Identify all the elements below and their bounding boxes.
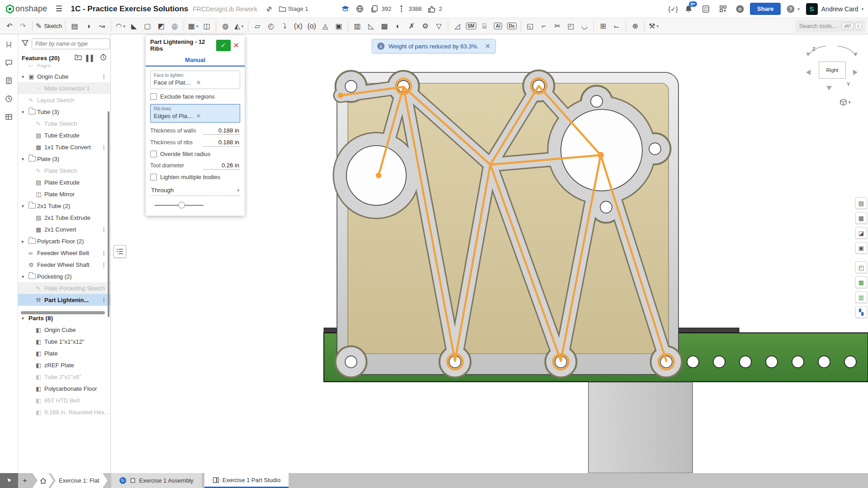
feature-2x1-tube-2[interactable]: ▾2x1 Tube (2) [18, 200, 110, 212]
learning-center-icon[interactable]: ⚙ [735, 4, 745, 14]
view-cube[interactable]: Z Right Y [791, 44, 868, 101]
tables-icon[interactable] [4, 111, 14, 122]
select-cursor-icon[interactable] [0, 473, 18, 488]
main-menu-icon[interactable]: ☰ [53, 4, 64, 14]
feature-plate-mirror[interactable]: ◫Plate Mirror [18, 188, 110, 200]
education-icon[interactable] [340, 4, 351, 14]
gusset-icon[interactable]: ◺ [364, 20, 378, 33]
part-polycarbonate-floor[interactable]: ◧Polycarbonate Floor [18, 383, 110, 394]
clear-face-icon[interactable]: ✕ [196, 79, 237, 86]
plate-part[interactable] [337, 72, 678, 374]
checkbox-box[interactable] [150, 174, 157, 180]
face-to-lighten-field[interactable]: Face to lighten Face of Plate Extrude ✕ [150, 71, 240, 89]
split-icon[interactable]: ◭▾ [232, 20, 246, 33]
delete-face-icon[interactable]: ✗ [405, 20, 418, 33]
suppress-pause-icon[interactable]: ▌▌ [86, 55, 95, 62]
filter-funnel-icon[interactable]: ▽ [432, 20, 446, 33]
part-origin-cube[interactable]: ◧Origin Cube [18, 324, 110, 336]
tab-icon[interactable]: ✂ [550, 20, 564, 33]
feature-part-lightenin[interactable]: ⚒Part Lightenin...⋮ [18, 294, 110, 306]
thickness-ribs-input[interactable] [203, 138, 240, 147]
plane-icon[interactable]: ▱ [251, 20, 264, 33]
toast-close-icon[interactable]: ✕ [485, 43, 490, 50]
user-avatar[interactable]: S [806, 3, 818, 15]
tool-diameter-input[interactable] [203, 161, 240, 170]
slider-knob[interactable] [178, 202, 185, 208]
table-check-icon[interactable]: ⊞ [596, 20, 610, 33]
tool-caret-icon[interactable]: ▾ [657, 24, 659, 28]
notifications-bell-icon[interactable]: 9+ [683, 4, 694, 14]
sheet-metal-model-icon[interactable]: ⌸ [478, 20, 491, 33]
flatten-icon[interactable]: ◱ [523, 20, 537, 33]
link-icon[interactable] [264, 4, 275, 14]
bend-icon[interactable]: ⌐ [537, 20, 550, 33]
history-icon[interactable] [4, 93, 14, 104]
opposite-direction-slider[interactable] [150, 200, 240, 210]
public-globe-icon[interactable] [355, 4, 365, 14]
beam-hole[interactable] [766, 356, 778, 368]
feature-1x1-tube-convert[interactable]: ▩1x1 Tube Convert⋮ [18, 141, 110, 153]
named-views-icon[interactable]: ▣ [855, 242, 867, 254]
sketch-button[interactable]: ✎Sketch [35, 20, 63, 33]
draft-icon[interactable]: ◩ [154, 20, 168, 33]
hole-icon[interactable]: ◎ [168, 20, 181, 33]
user-menu-caret-icon[interactable]: ▾ [861, 7, 863, 11]
feature-origin-cube[interactable]: ▾▣Origin Cube⋮ [18, 71, 110, 82]
isolate-icon[interactable]: ◰ [855, 261, 867, 273]
helix-icon[interactable]: ◴ [264, 20, 278, 33]
cancel-button[interactable]: ✕ [231, 41, 242, 50]
search-tools[interactable]: Search tools... alt/\ c [796, 20, 865, 33]
part-zref-plate[interactable]: ◧zREF Plate [18, 359, 110, 371]
notes-icon[interactable] [4, 75, 14, 86]
comments-icon[interactable] [4, 57, 14, 68]
filter-input[interactable] [32, 38, 110, 49]
boolean-icon[interactable]: ◍ [218, 20, 232, 33]
vertical-scrollbar[interactable] [108, 111, 109, 317]
tab-manual[interactable]: Manual [146, 55, 245, 66]
copies-icon[interactable] [369, 4, 380, 14]
tube-convert-icon[interactable]: ▩ [378, 20, 391, 33]
sheet-metal-badge[interactable]: SM [464, 20, 478, 33]
part-65t-htd-belt[interactable]: ◧65T HTD Belt [18, 394, 110, 406]
view-options-button[interactable]: ▾ [840, 99, 851, 106]
tool-caret-icon[interactable]: ▾ [123, 24, 125, 28]
routing-icon[interactable]: ⌙ [610, 20, 623, 33]
modify-fillet-icon[interactable]: ◐ [391, 20, 405, 33]
accept-button[interactable]: ✓ [216, 40, 231, 51]
chamfer-icon[interactable]: ◣ [127, 20, 141, 33]
override-fillet-radius-checkbox[interactable]: Overide fillet radius [150, 151, 240, 157]
feature-plate-extrude[interactable]: ▤Plate Extrude [18, 176, 110, 188]
rollback-history-icon[interactable] [100, 54, 107, 62]
checkbox-box[interactable] [150, 151, 157, 157]
part-tube-2-x1-x8[interactable]: ◧Tube 2"x1"x8" [18, 371, 110, 383]
feature-polycarb-floor-2[interactable]: ▸Polycarb Floor (2) [18, 235, 110, 247]
feature-dialog-toggle-button[interactable] [114, 245, 126, 258]
home-tab-button[interactable] [33, 473, 53, 488]
filter-funnel-icon[interactable] [22, 40, 28, 48]
uses-icon[interactable] [396, 4, 407, 14]
feature-right[interactable]: ▱Right [18, 65, 110, 71]
part-plate[interactable]: ◧Plate [18, 347, 110, 359]
beam-hole[interactable] [792, 356, 804, 368]
project-curve-icon[interactable]: ⤵ [278, 20, 291, 33]
user-name[interactable]: Andrew Card [821, 5, 859, 13]
document-title[interactable]: 1C - Practice Exercise Solutions [71, 5, 188, 14]
shell-icon[interactable]: ▢ [141, 20, 154, 33]
onshape-logo-icon[interactable] [5, 4, 15, 14]
feature-tube-sketch[interactable]: ✎Tube Sketch [18, 118, 110, 129]
mesh-view-icon[interactable]: ▦ [855, 212, 867, 224]
gear-icon[interactable]: ⚙ [418, 20, 432, 33]
drawings-badge[interactable]: Ds [505, 20, 518, 33]
feature-plate-pocketing-sketch[interactable]: ✎Plate Pocketing Sketch [18, 282, 110, 294]
insert-feature-icon[interactable]: ⊕ [628, 20, 642, 33]
tree-chevron-icon[interactable]: ▾ [22, 109, 28, 114]
beam-hole[interactable] [844, 356, 856, 368]
like-icon[interactable] [426, 4, 437, 14]
parts-chevron-icon[interactable]: ▾ [22, 316, 28, 321]
feature-plate-sketch[interactable]: ✎Plate Sketch [18, 165, 110, 176]
feature-tube-extrude[interactable]: ▤Tube Extrude [18, 129, 110, 141]
appearance-icon[interactable]: ▩ [855, 276, 867, 288]
mass-properties-icon[interactable]: ▚ [855, 306, 867, 318]
new-tab-button[interactable]: + [18, 473, 32, 488]
beam-hole[interactable] [713, 356, 725, 368]
